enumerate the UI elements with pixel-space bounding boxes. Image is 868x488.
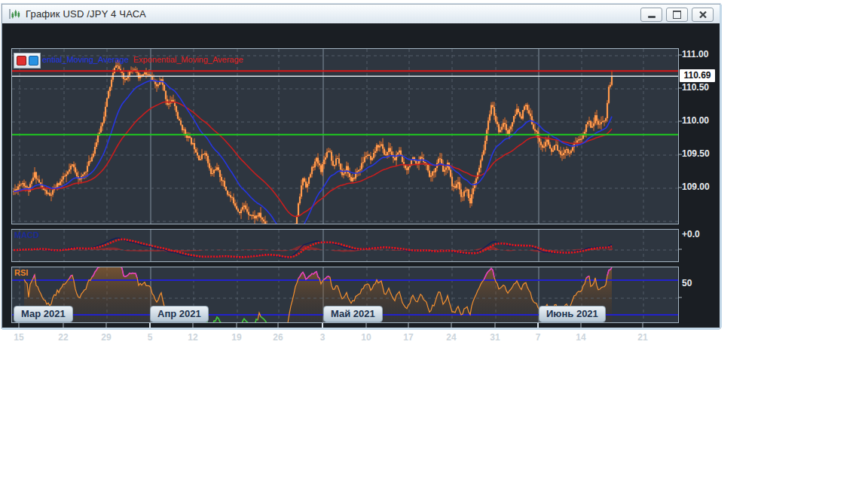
window-title: График USD /JPY 4 ЧАСА — [26, 8, 146, 20]
blue-series-swatch[interactable] — [29, 56, 38, 66]
macd-canvas[interactable] — [12, 230, 678, 261]
time-tick-label: 19 — [226, 332, 247, 343]
price-tick-label: 110.00 — [682, 115, 718, 126]
month-badge: Апр 2021 — [150, 306, 209, 322]
time-tick-label: 24 — [441, 332, 462, 343]
candlestick-chart-icon — [8, 8, 21, 20]
price-tick-label: 109.50 — [682, 148, 718, 159]
price-tick-label: 110.50 — [682, 82, 718, 93]
chart-client-area: ential_Moving_Average Exponential_Moving… — [2, 23, 720, 328]
month-badge: Июнь 2021 — [539, 306, 606, 322]
macd-label: MACD — [14, 230, 39, 239]
maximize-button[interactable] — [666, 8, 688, 22]
time-tick-label: 17 — [398, 332, 419, 343]
time-tick-label: 15 — [8, 332, 29, 343]
maximize-icon — [673, 11, 681, 19]
ema-blue-legend-label: ential_Moving_Average — [42, 55, 129, 64]
ema-red-legend-label: Exponential_Moving_Average — [133, 55, 243, 64]
close-icon — [699, 11, 707, 18]
macd-panel: MACD — [11, 229, 679, 262]
current-price-badge: 110.69 — [680, 69, 715, 82]
month-badge: Мар 2021 — [14, 306, 73, 322]
price-tick-label: 109.00 — [682, 181, 718, 192]
time-tick-label: 21 — [632, 332, 653, 343]
title-bar[interactable]: График USD /JPY 4 ЧАСА — [2, 5, 720, 24]
time-tick-label: 14 — [570, 332, 591, 343]
time-tick-label: 22 — [53, 332, 74, 343]
indicator-legend: ential_Moving_Average Exponential_Moving… — [14, 53, 243, 69]
macd-zero-label: +0.0 — [682, 229, 718, 239]
price-tick-label: 111.00 — [682, 49, 718, 59]
window-right-frame — [720, 5, 722, 328]
time-tick-label: 10 — [356, 332, 377, 343]
time-tick-label: 26 — [267, 332, 289, 343]
chart-window: График USD /JPY 4 ЧАСА ential_Moving_Ave… — [2, 4, 720, 328]
time-tick-label: 12 — [182, 332, 203, 343]
minimize-icon — [648, 16, 656, 18]
time-tick-label: 7 — [527, 332, 549, 343]
time-tick-label: 3 — [312, 332, 333, 343]
rsi-label: RSI — [14, 268, 28, 277]
close-button[interactable] — [692, 8, 714, 22]
month-badge: Май 2021 — [323, 306, 383, 322]
time-tick-label: 29 — [96, 332, 117, 343]
time-tick-label: 31 — [484, 332, 506, 343]
legend-swatch-box — [14, 53, 41, 69]
time-tick-label: 5 — [139, 332, 160, 343]
price-chart-panel: ential_Moving_Average Exponential_Moving… — [11, 48, 679, 224]
window-bottom-frame — [2, 328, 720, 330]
price-chart-canvas[interactable] — [12, 49, 678, 224]
red-series-swatch[interactable] — [17, 56, 26, 66]
rsi-mid-label: 50 — [682, 278, 718, 288]
minimize-button[interactable] — [640, 8, 662, 22]
